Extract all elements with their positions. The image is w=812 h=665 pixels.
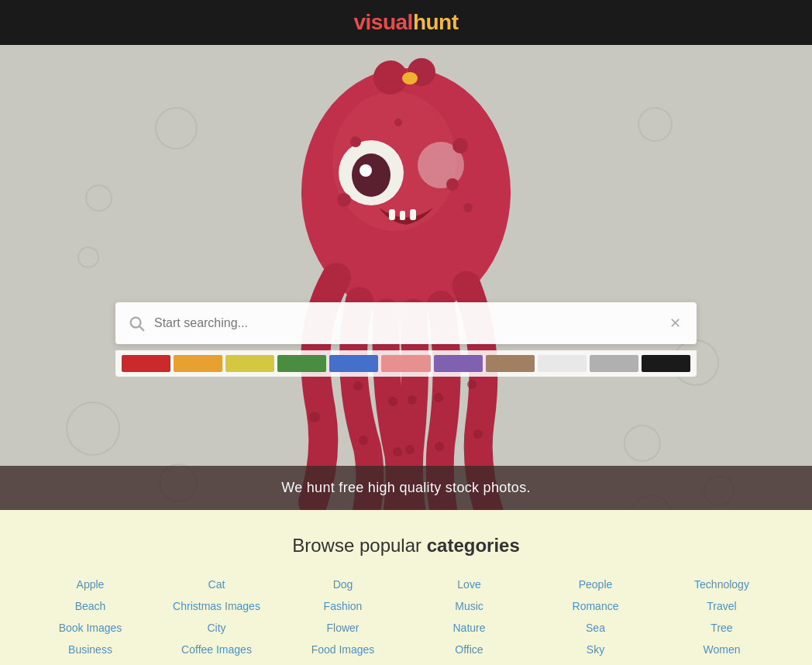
purple-swatch[interactable] bbox=[434, 355, 483, 372]
svg-point-16 bbox=[309, 412, 320, 422]
category-column-col5: PeopleRomanceSeaSkySnow bbox=[549, 578, 642, 665]
category-column-col4: LoveMusicNatureOfficeParty Images bbox=[423, 578, 516, 665]
bubble-decoration bbox=[77, 246, 99, 268]
gray-swatch[interactable] bbox=[590, 355, 638, 372]
categories-title-bold: categories bbox=[427, 535, 520, 556]
site-header: visualhunt bbox=[0, 0, 812, 45]
category-link-women[interactable]: Women bbox=[704, 643, 741, 656]
svg-point-9 bbox=[452, 138, 468, 153]
site-logo[interactable]: visualhunt bbox=[353, 10, 458, 35]
clear-search-button[interactable]: ✕ bbox=[666, 312, 684, 335]
svg-line-31 bbox=[139, 326, 143, 330]
search-area: ✕ bbox=[115, 302, 697, 377]
octopus-illustration bbox=[243, 45, 569, 510]
green-swatch[interactable] bbox=[277, 355, 326, 372]
category-link-apple[interactable]: Apple bbox=[77, 578, 105, 591]
category-link-office[interactable]: Office bbox=[455, 643, 483, 656]
svg-point-21 bbox=[408, 395, 417, 405]
svg-point-29 bbox=[402, 72, 418, 84]
category-link-cat[interactable]: Cat bbox=[208, 578, 225, 591]
category-link-love[interactable]: Love bbox=[457, 578, 480, 591]
red-swatch[interactable] bbox=[122, 355, 170, 372]
category-column-col6: TechnologyTravelTreeWomenWork bbox=[676, 578, 769, 665]
category-link-music[interactable]: Music bbox=[455, 600, 483, 612]
svg-point-23 bbox=[434, 393, 443, 402]
category-link-coffee-images[interactable]: Coffee Images bbox=[181, 643, 252, 656]
bubble-decoration bbox=[66, 401, 120, 456]
category-link-christmas-images[interactable]: Christmas Images bbox=[173, 600, 260, 612]
category-link-book-images[interactable]: Book Images bbox=[59, 622, 122, 634]
category-link-technology[interactable]: Technology bbox=[694, 578, 749, 591]
svg-point-14 bbox=[394, 119, 402, 126]
logo-visual: visual bbox=[353, 10, 412, 34]
black-swatch[interactable] bbox=[642, 355, 690, 372]
tagline-text: We hunt free high quality stock photos. bbox=[281, 480, 531, 495]
category-link-sky[interactable]: Sky bbox=[587, 643, 604, 656]
svg-rect-6 bbox=[389, 209, 395, 220]
category-link-tree[interactable]: Tree bbox=[710, 622, 732, 634]
svg-point-13 bbox=[337, 193, 351, 207]
category-link-dog[interactable]: Dog bbox=[333, 578, 353, 591]
tagline-bar: We hunt free high quality stock photos. bbox=[0, 466, 812, 510]
blue-swatch[interactable] bbox=[329, 355, 378, 372]
svg-point-12 bbox=[350, 136, 361, 147]
categories-title-normal: Browse popular bbox=[292, 535, 421, 556]
category-link-food-images[interactable]: Food Images bbox=[311, 643, 375, 656]
hero-section: ✕ We hunt free high quality stock photos… bbox=[0, 45, 812, 510]
svg-rect-7 bbox=[400, 211, 405, 220]
white-swatch[interactable] bbox=[538, 355, 587, 372]
bubble-decoration bbox=[85, 184, 112, 212]
category-link-flower[interactable]: Flower bbox=[326, 622, 359, 634]
svg-point-26 bbox=[473, 429, 483, 439]
pink-swatch[interactable] bbox=[381, 355, 430, 372]
category-link-travel[interactable]: Travel bbox=[707, 600, 736, 612]
search-input[interactable] bbox=[154, 316, 666, 330]
category-link-business[interactable]: Business bbox=[68, 643, 112, 656]
category-link-nature[interactable]: Nature bbox=[452, 622, 485, 634]
orange-swatch[interactable] bbox=[174, 355, 222, 372]
svg-point-22 bbox=[405, 445, 415, 454]
svg-point-18 bbox=[359, 436, 368, 445]
yellow-swatch[interactable] bbox=[225, 355, 274, 372]
search-box: ✕ bbox=[115, 302, 697, 344]
svg-point-20 bbox=[393, 447, 402, 457]
category-column-col2: CatChristmas ImagesCityCoffee ImagesComp… bbox=[170, 578, 263, 665]
svg-point-11 bbox=[463, 203, 473, 212]
category-link-people[interactable]: People bbox=[579, 578, 613, 591]
category-link-sea[interactable]: Sea bbox=[586, 622, 605, 634]
svg-point-19 bbox=[388, 397, 397, 406]
category-link-romance[interactable]: Romance bbox=[573, 600, 619, 612]
svg-point-4 bbox=[360, 164, 372, 177]
bubble-decoration bbox=[624, 425, 661, 462]
svg-point-10 bbox=[446, 178, 459, 191]
search-icon bbox=[128, 315, 145, 332]
brown-swatch[interactable] bbox=[486, 355, 535, 372]
svg-rect-8 bbox=[410, 209, 416, 220]
categories-section: Browse popular categories AppleBeachBook… bbox=[0, 510, 812, 665]
category-column-col1: AppleBeachBook ImagesBusinessCar bbox=[44, 578, 137, 665]
categories-grid: AppleBeachBook ImagesBusinessCarCatChris… bbox=[31, 578, 781, 665]
color-filters bbox=[115, 350, 697, 377]
bubble-decoration bbox=[638, 107, 673, 142]
category-link-beach[interactable]: Beach bbox=[75, 600, 106, 612]
category-column-col3: DogFashionFlowerFood ImagesHappy bbox=[297, 578, 390, 665]
category-link-city[interactable]: City bbox=[207, 622, 225, 634]
svg-point-3 bbox=[352, 153, 391, 197]
category-link-fashion[interactable]: Fashion bbox=[324, 600, 363, 612]
svg-point-25 bbox=[467, 380, 477, 389]
categories-title: Browse popular categories bbox=[31, 535, 781, 556]
svg-point-24 bbox=[435, 442, 444, 451]
svg-point-17 bbox=[353, 381, 363, 391]
logo-hunt: hunt bbox=[413, 10, 459, 34]
bubble-decoration bbox=[155, 107, 198, 150]
